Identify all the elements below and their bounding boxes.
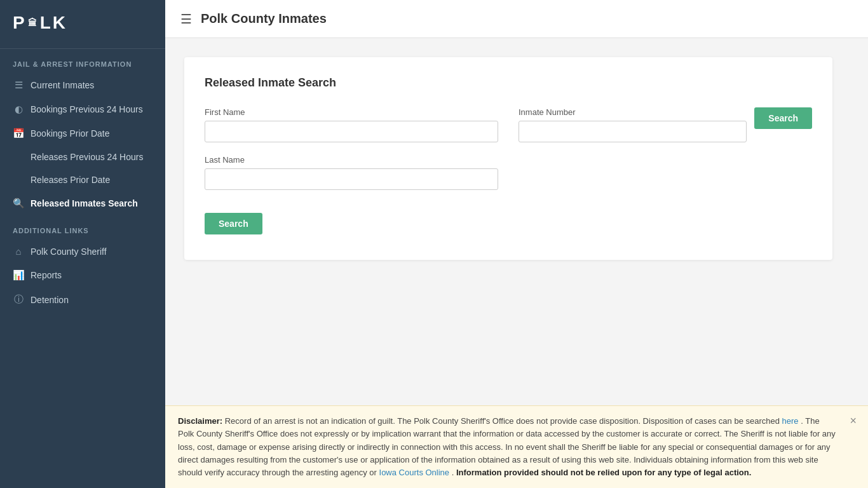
home-icon: ⌂: [13, 246, 24, 257]
sidebar-item-releases-24hrs[interactable]: Releases Previous 24 Hours: [0, 146, 165, 168]
sidebar-item-detention[interactable]: ⓘ Detention: [0, 287, 165, 312]
sidebar-item-bookings-24hrs[interactable]: ◐ Bookings Previous 24 Hours: [0, 97, 165, 121]
first-name-input[interactable]: [205, 121, 498, 142]
additional-section-title: Additional Links: [0, 215, 165, 240]
content-area: Released Inmate Search First Name Last N…: [165, 38, 868, 405]
sidebar-item-label: Reports: [31, 270, 62, 280]
sidebar-logo: P 🏛 LK: [0, 0, 165, 49]
search-card: Released Inmate Search First Name Last N…: [184, 57, 832, 260]
sidebar-item-bookings-prior[interactable]: 📅 Bookings Prior Date: [0, 121, 165, 146]
last-name-group: Last Name: [205, 155, 498, 190]
barchart-icon: 📊: [13, 269, 24, 281]
disclaimer-banner: Disclaimer: Record of an arrest is not a…: [165, 405, 868, 488]
inmate-number-row: Inmate Number Search: [519, 107, 812, 142]
sidebar-item-label: Bookings Previous 24 Hours: [31, 104, 143, 114]
info-icon: ⓘ: [13, 294, 24, 306]
disclaimer-link1[interactable]: here: [782, 416, 799, 426]
sidebar-item-polk-sheriff[interactable]: ⌂ Polk County Sheriff: [0, 240, 165, 263]
sidebar-item-released-search[interactable]: 🔍 Released Inmates Search: [0, 191, 165, 215]
sidebar-item-label: Current Inmates: [31, 80, 94, 90]
sidebar-item-reports[interactable]: 📊 Reports: [0, 263, 165, 287]
topbar: ☰ Polk County Inmates: [165, 0, 868, 38]
first-name-label: First Name: [205, 107, 498, 117]
disclaimer-text1: Record of an arrest is not an indication…: [225, 416, 782, 426]
calendar-icon: 📅: [13, 128, 24, 139]
inmate-number-input[interactable]: [519, 121, 747, 142]
sidebar-item-releases-prior[interactable]: Releases Prior Date: [0, 168, 165, 191]
last-name-input[interactable]: [205, 168, 498, 190]
sidebar-item-current-inmates[interactable]: ☰ Current Inmates: [0, 73, 165, 97]
inmate-number-label: Inmate Number: [519, 107, 747, 117]
sidebar-item-label: Polk County Sheriff: [31, 247, 107, 257]
search-form: First Name Last Name Search: [205, 107, 812, 234]
page-title: Polk County Inmates: [201, 11, 327, 26]
right-col: Inmate Number Search: [519, 107, 812, 142]
disclaimer-bold: Disclaimer:: [178, 416, 222, 426]
sidebar-item-label: Releases Prior Date: [31, 175, 110, 185]
search-button-inmate[interactable]: Search: [754, 107, 812, 129]
sidebar-item-label: Bookings Prior Date: [31, 128, 110, 139]
search-sidebar-icon: 🔍: [13, 198, 24, 209]
disclaimer-text4: Information provided should not be relie…: [456, 468, 751, 477]
disclaimer-link2[interactable]: Iowa Courts Online: [379, 468, 450, 477]
sidebar: P 🏛 LK Jail & Arrest Information ☰ Curre…: [0, 0, 165, 488]
inmate-number-group: Inmate Number: [519, 107, 747, 142]
disclaimer-close-button[interactable]: ×: [850, 415, 857, 426]
main-area: ☰ Polk County Inmates Released Inmate Se…: [165, 0, 868, 488]
disclaimer-text3: .: [452, 468, 456, 477]
sidebar-item-label: Detention: [31, 295, 69, 305]
card-title: Released Inmate Search: [205, 76, 812, 90]
sidebar-item-label: Releases Previous 24 Hours: [31, 152, 143, 162]
sidebar-item-label: Released Inmates Search: [31, 198, 138, 208]
menu-icon[interactable]: ☰: [180, 11, 192, 27]
first-name-group: First Name: [205, 107, 498, 142]
clock-icon: ◐: [13, 104, 24, 115]
list-icon: ☰: [13, 79, 24, 91]
jail-section-title: Jail & Arrest Information: [0, 49, 165, 73]
last-name-label: Last Name: [205, 155, 498, 165]
search-button-main[interactable]: Search: [205, 213, 262, 234]
